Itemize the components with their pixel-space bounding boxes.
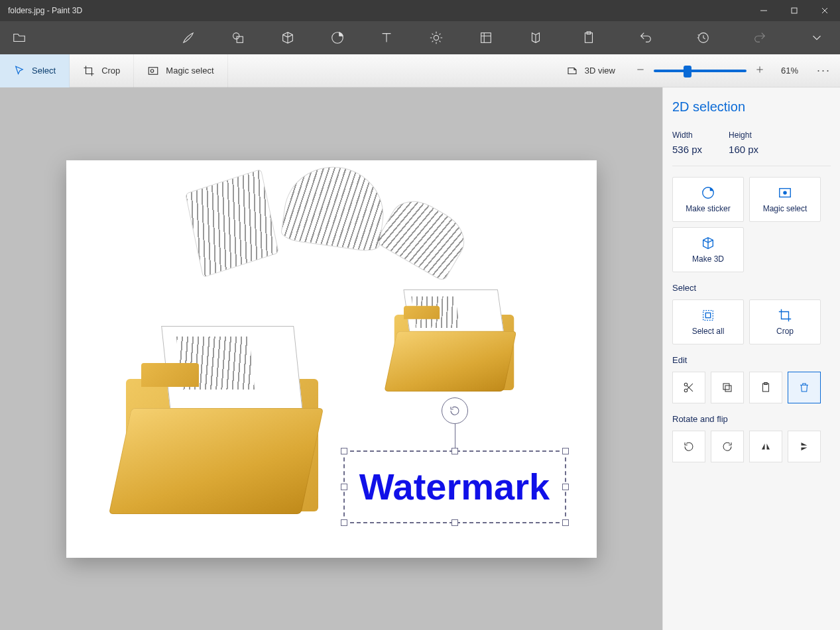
svg-rect-2 bbox=[237, 36, 243, 42]
magic-select-icon bbox=[778, 185, 792, 200]
tool-row: Select Crop Magic select 3D view 61% ··· bbox=[0, 54, 840, 87]
select-all-icon bbox=[701, 308, 715, 323]
svg-rect-0 bbox=[792, 8, 797, 13]
rotate-right-icon bbox=[721, 441, 733, 452]
scissors-icon bbox=[683, 382, 695, 394]
crop-tool[interactable]: Crop bbox=[70, 54, 134, 87]
zoom-slider[interactable] bbox=[654, 70, 747, 72]
flip-vertical-button[interactable] bbox=[788, 431, 821, 462]
delete-button[interactable] bbox=[788, 372, 821, 403]
handle-mr[interactable] bbox=[562, 484, 569, 490]
zoom-value: 61% bbox=[772, 66, 808, 76]
selection-box[interactable]: Watermark bbox=[343, 450, 566, 523]
handle-br[interactable] bbox=[562, 519, 569, 526]
3d-library-icon[interactable] bbox=[524, 21, 547, 54]
svg-rect-19 bbox=[723, 384, 729, 390]
cut-button[interactable] bbox=[672, 372, 705, 403]
canvas-icon[interactable] bbox=[474, 21, 497, 54]
svg-point-17 bbox=[684, 383, 688, 386]
edit-section-label: Edit bbox=[672, 355, 831, 365]
make-3d-label: Make 3D bbox=[692, 254, 724, 264]
flip-h-icon bbox=[760, 441, 772, 452]
history-icon[interactable] bbox=[688, 21, 718, 54]
canvas[interactable]: Watermark bbox=[66, 160, 597, 558]
svg-point-1 bbox=[233, 33, 239, 39]
crop-panel-label: Crop bbox=[776, 327, 794, 336]
app-window: folders.jpg - Paint 3D Select bbox=[0, 0, 840, 630]
svg-rect-5 bbox=[481, 33, 491, 43]
minimize-button[interactable] bbox=[749, 0, 779, 21]
window-title: folders.jpg - Paint 3D bbox=[8, 6, 82, 15]
width-value: 536 px bbox=[672, 144, 702, 155]
rotate-left-icon bbox=[683, 441, 695, 452]
undo-icon[interactable] bbox=[630, 21, 661, 54]
width-label: Width bbox=[672, 131, 702, 140]
make-sticker-button[interactable]: Make sticker bbox=[672, 177, 744, 222]
paste-icon[interactable] bbox=[573, 21, 604, 54]
select-all-button[interactable]: Select all bbox=[672, 299, 744, 344]
magic-select-label: Magic select bbox=[166, 66, 213, 76]
height-value: 160 px bbox=[729, 144, 758, 155]
flip-horizontal-button[interactable] bbox=[749, 431, 782, 462]
select-all-label: Select all bbox=[692, 327, 725, 336]
svg-rect-18 bbox=[725, 386, 731, 392]
zoom-in-button[interactable] bbox=[754, 64, 765, 78]
zoom-out-button[interactable] bbox=[635, 64, 646, 78]
close-button[interactable] bbox=[810, 0, 840, 21]
magic-select-panel-label: Magic select bbox=[763, 204, 808, 213]
svg-point-16 bbox=[684, 389, 688, 392]
3d-shapes-icon[interactable] bbox=[276, 21, 299, 54]
height-label: Height bbox=[729, 131, 758, 140]
redo-icon[interactable] bbox=[745, 21, 775, 54]
magic-select-tool[interactable]: Magic select bbox=[134, 54, 227, 87]
trash-icon bbox=[798, 382, 810, 394]
handle-tl[interactable] bbox=[341, 448, 347, 454]
rotate-left-button[interactable] bbox=[672, 431, 705, 462]
svg-point-10 bbox=[151, 69, 154, 72]
rotate-right-button[interactable] bbox=[711, 431, 744, 462]
rotation-stem bbox=[455, 424, 455, 448]
side-panel: 2D selection Width 536 px Height 160 px … bbox=[662, 87, 840, 630]
rotation-handle[interactable] bbox=[442, 397, 468, 424]
menu-file-icon[interactable] bbox=[8, 21, 31, 54]
crop-icon bbox=[778, 308, 792, 323]
effects-icon[interactable] bbox=[425, 21, 448, 54]
svg-rect-15 bbox=[705, 313, 710, 317]
more-options-button[interactable]: ··· bbox=[808, 64, 840, 78]
main-ribbon bbox=[0, 21, 840, 54]
stickers-icon[interactable] bbox=[326, 21, 349, 54]
handle-ml[interactable] bbox=[341, 484, 347, 490]
text-icon[interactable] bbox=[375, 21, 398, 54]
cube-icon bbox=[701, 236, 715, 250]
zoom-controls bbox=[629, 64, 772, 78]
maximize-button[interactable] bbox=[779, 0, 810, 21]
handle-bl[interactable] bbox=[341, 519, 347, 526]
crop-button[interactable]: Crop bbox=[749, 299, 821, 344]
copy-button[interactable] bbox=[711, 372, 744, 403]
canvas-area[interactable]: Watermark bbox=[0, 87, 662, 630]
handle-bm[interactable] bbox=[451, 519, 458, 526]
paste-button[interactable] bbox=[749, 372, 782, 403]
3d-view-tool[interactable]: 3D view bbox=[553, 54, 629, 87]
crop-label: Crop bbox=[101, 66, 120, 76]
rotate-section-label: Rotate and flip bbox=[672, 414, 831, 424]
brushes-icon[interactable] bbox=[177, 21, 200, 54]
magic-select-button[interactable]: Magic select bbox=[749, 177, 821, 222]
title-bar: folders.jpg - Paint 3D bbox=[0, 0, 840, 21]
paste-panel-icon bbox=[760, 382, 772, 394]
flip-v-icon bbox=[798, 441, 810, 452]
expand-icon[interactable] bbox=[802, 21, 832, 54]
3d-view-label: 3D view bbox=[585, 66, 615, 76]
handle-tm[interactable] bbox=[451, 448, 458, 454]
select-tool[interactable]: Select bbox=[0, 54, 70, 87]
svg-rect-9 bbox=[149, 67, 158, 74]
make-3d-button[interactable]: Make 3D bbox=[672, 227, 744, 272]
watermark-text[interactable]: Watermark bbox=[350, 460, 560, 514]
svg-rect-14 bbox=[703, 311, 713, 321]
sticker-icon bbox=[701, 185, 715, 200]
handle-tr[interactable] bbox=[562, 448, 569, 454]
panel-title: 2D selection bbox=[672, 99, 831, 115]
workspace: Watermark 2D selection Width 536 px bbox=[0, 87, 840, 630]
2d-shapes-icon[interactable] bbox=[227, 21, 250, 54]
make-sticker-label: Make sticker bbox=[686, 204, 730, 213]
